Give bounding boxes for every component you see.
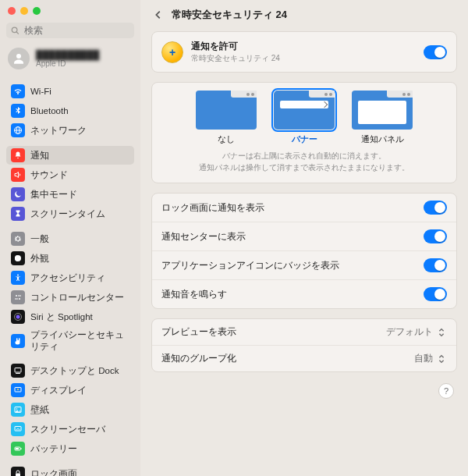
toggle-switch[interactable]	[424, 258, 447, 272]
display-icon	[11, 383, 25, 397]
avatar	[8, 48, 30, 69]
svg-point-2	[16, 54, 21, 59]
toggle-switch[interactable]	[424, 229, 447, 243]
sidebar-item-wifi[interactable]: Wi-Fi	[6, 82, 134, 101]
search-field[interactable]	[6, 23, 134, 38]
lock-icon	[11, 467, 25, 476]
sidebar-item-label: ディスプレイ	[30, 385, 87, 396]
svg-point-0	[12, 27, 17, 33]
svg-line-1	[16, 32, 19, 34]
sidebar-item-access[interactable]: アクセシビリティ	[6, 268, 134, 287]
sidebar: ██████████ Apple ID Wi-FiBluetoothネットワーク…	[0, 0, 140, 476]
sidebar-item-label: 通知	[30, 150, 49, 162]
selects-card: プレビューを表示デフォルト通知のグループ化自動	[151, 318, 457, 372]
preview-none	[196, 91, 257, 130]
apple-id-name: ██████████	[36, 50, 99, 59]
toggle-switch[interactable]	[424, 287, 447, 301]
notif-style-alert[interactable]: 通知パネル	[352, 91, 413, 145]
sidebar-item-label: Bluetooth	[30, 106, 69, 115]
svg-point-13	[16, 315, 20, 319]
access-icon	[11, 271, 25, 285]
sidebar-item-label: スクリーンタイム	[30, 208, 105, 220]
sound-icon	[11, 168, 25, 182]
sidebar-item-battery[interactable]: バッテリー	[6, 439, 134, 458]
sidebar-item-label: ロック画面	[30, 468, 77, 477]
back-button[interactable]	[151, 8, 165, 22]
toggle-row: 通知音を鳴らす	[152, 279, 456, 308]
sidebar-item-bluetooth[interactable]: Bluetooth	[6, 101, 134, 120]
sidebar-item-control[interactable]: コントロールセンター	[6, 288, 134, 307]
sidebar-item-dock[interactable]: デスクトップと Dock	[6, 361, 134, 380]
sidebar-item-label: バッテリー	[30, 443, 77, 455]
appearance-icon	[11, 251, 25, 265]
toggle-switch[interactable]	[424, 201, 447, 215]
gear-icon	[11, 232, 25, 246]
sidebar-item-moon[interactable]: 集中モード	[6, 185, 134, 204]
notif-style-banner[interactable]: バナー	[274, 91, 335, 145]
sidebar-item-label: Wi-Fi	[30, 87, 51, 96]
sidebar-nav: Wi-FiBluetoothネットワーク通知サウンド集中モードスクリーンタイム一…	[0, 76, 140, 476]
wifi-icon	[11, 84, 25, 98]
globe-icon	[11, 123, 25, 137]
svg-rect-23	[16, 448, 19, 449]
sidebar-item-siri[interactable]: Siri と Spotlight	[6, 307, 134, 326]
sidebar-item-globe[interactable]: ネットワーク	[6, 121, 134, 140]
app-icon: +	[161, 41, 183, 63]
minimize-icon[interactable]	[20, 7, 28, 15]
window-controls	[0, 0, 140, 20]
sidebar-item-label: デスクトップと Dock	[30, 365, 119, 377]
sidebar-item-hourglass[interactable]: スクリーンタイム	[6, 204, 134, 223]
updown-icon	[436, 353, 447, 364]
allow-toggle[interactable]	[424, 45, 447, 59]
sidebar-item-label: 一般	[30, 233, 49, 245]
close-icon[interactable]	[8, 7, 16, 15]
screensaver-icon	[11, 422, 25, 436]
allow-title: 通知を許可	[191, 40, 416, 53]
control-icon	[11, 290, 25, 304]
toggles-card: ロック画面に通知を表示通知センターに表示アプリケーションアイコンにバッジを表示通…	[151, 193, 457, 309]
sidebar-item-wallpaper[interactable]: 壁紙	[6, 400, 134, 419]
sidebar-item-label: 壁紙	[30, 404, 49, 416]
hand-icon	[11, 334, 25, 348]
allow-sub: 常時安全セキュリティ 24	[191, 53, 416, 64]
style-card: なしバナー通知パネル バナーは右上隅に表示され自動的に消えます。 通知パネルは操…	[151, 82, 457, 183]
sidebar-item-label: 外観	[30, 253, 49, 265]
select-row: 通知のグループ化自動	[152, 345, 456, 371]
select-row: プレビューを表示デフォルト	[152, 319, 456, 345]
style-explain: バナーは右上隅に表示され自動的に消えます。 通知パネルは操作して消すまで表示され…	[152, 148, 456, 183]
wallpaper-icon	[11, 403, 25, 417]
apple-id-row[interactable]: ██████████ Apple ID	[0, 44, 140, 76]
sidebar-item-bell[interactable]: 通知	[6, 146, 134, 165]
sidebar-item-hand[interactable]: プライバシーとセキュリティ	[6, 327, 134, 355]
help-button[interactable]: ?	[438, 383, 454, 399]
sidebar-item-lock[interactable]: ロック画面	[6, 464, 134, 476]
sidebar-item-gear[interactable]: 一般	[6, 229, 134, 248]
sidebar-item-label: スクリーンセーバ	[30, 424, 105, 435]
sidebar-item-label: コントロールセンター	[30, 292, 124, 304]
sidebar-item-label: サウンド	[30, 169, 68, 181]
sidebar-item-display[interactable]: ディスプレイ	[6, 381, 134, 400]
zoom-icon[interactable]	[33, 7, 41, 15]
apple-id-sub: Apple ID	[36, 59, 99, 68]
sidebar-item-sound[interactable]: サウンド	[6, 165, 134, 184]
page-title: 常時安全セキュリティ 24	[172, 8, 287, 22]
sidebar-item-label: ネットワーク	[30, 125, 87, 137]
toggle-label: 通知音を鳴らす	[161, 289, 227, 300]
toggle-row: アプリケーションアイコンにバッジを表示	[152, 250, 456, 279]
allow-card: + 通知を許可 常時安全セキュリティ 24	[151, 31, 457, 73]
toggle-label: アプリケーションアイコンにバッジを表示	[161, 260, 339, 272]
search-input[interactable]	[23, 25, 129, 36]
svg-point-7	[17, 275, 19, 276]
sidebar-item-appearance[interactable]: 外観	[6, 249, 134, 268]
moon-icon	[11, 187, 25, 201]
dock-icon	[11, 364, 25, 378]
svg-point-17	[17, 389, 19, 390]
sidebar-item-screensaver[interactable]: スクリーンセーバ	[6, 420, 134, 439]
search-icon	[11, 26, 20, 35]
select-value[interactable]: 自動	[414, 353, 447, 364]
svg-rect-15	[16, 373, 20, 374]
svg-point-8	[16, 295, 17, 297]
select-value[interactable]: デフォルト	[386, 326, 447, 338]
notif-style-none[interactable]: なし	[196, 91, 257, 145]
toggle-label: ロック画面に通知を表示	[161, 202, 264, 214]
